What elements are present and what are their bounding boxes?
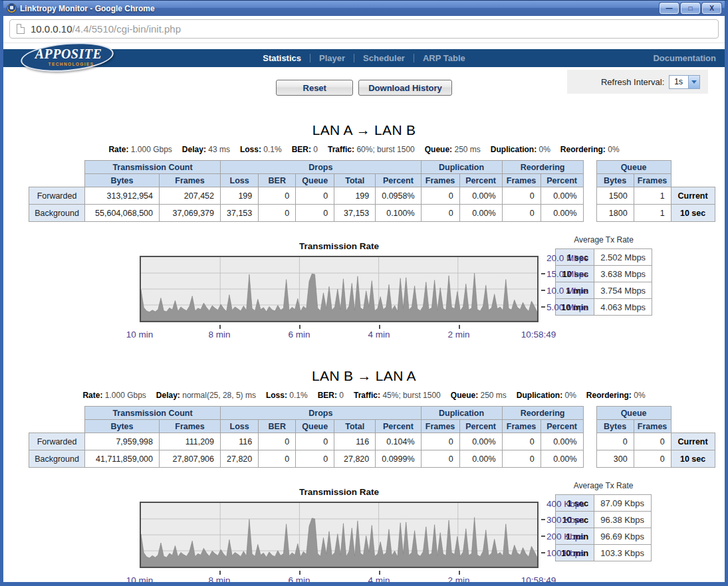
stat-cell: 0.00% bbox=[459, 187, 502, 205]
refresh-interval-select[interactable]: 1s bbox=[669, 75, 700, 89]
group-header: Reordering bbox=[502, 407, 583, 420]
table-row: 300 0 10 sec bbox=[596, 450, 715, 468]
param: Duplication: 0% bbox=[517, 391, 576, 400]
stat-cell: 0.00% bbox=[541, 433, 583, 450]
table-row: 1800 1 10 sec bbox=[596, 205, 715, 222]
column-header: Percent bbox=[541, 420, 583, 433]
nav-strip: APPOSITE TECHNOLOGIES Statistics Player … bbox=[3, 49, 725, 67]
table-row: 0 0 Current bbox=[596, 433, 715, 450]
param: Queue: 250 ms bbox=[451, 391, 507, 400]
apposite-logo: APPOSITE TECHNOLOGIES bbox=[21, 42, 115, 74]
queue-cell: 300 bbox=[596, 450, 634, 468]
y-axis-label: 10.0 Mbps bbox=[546, 286, 602, 296]
group-header: Reordering bbox=[502, 161, 583, 174]
avg-value: 3.754 Mbps bbox=[594, 282, 652, 299]
group-header: Transmission Count bbox=[85, 407, 221, 420]
column-header: Percent bbox=[459, 420, 502, 433]
param-value: normal(25, 28, 5) ms bbox=[182, 391, 256, 400]
y-tick-mark bbox=[541, 306, 545, 308]
avg-value: 2.502 Mbps bbox=[594, 249, 652, 266]
column-header: Total bbox=[334, 420, 376, 433]
y-axis-label: 200 Kbps bbox=[546, 532, 602, 541]
x-axis-label: 4 min bbox=[368, 330, 390, 340]
avg-tx-rate-title: Average Tx Rate bbox=[555, 235, 652, 244]
queue-cell: 0 bbox=[634, 450, 671, 468]
stat-cell: 55,604,068,500 bbox=[85, 205, 160, 222]
link-params-line: Rate: 1.000 Gbps Delay: normal(25, 28, 5… bbox=[3, 391, 725, 400]
param: BER: 0 bbox=[318, 391, 344, 400]
blank-cell bbox=[671, 407, 715, 420]
column-header: Frames bbox=[421, 174, 459, 187]
nav-item-documentation[interactable]: Documentation bbox=[653, 53, 716, 63]
x-axis-label: 2 min bbox=[447, 330, 469, 340]
page-content: Reset Download History Refresh Interval:… bbox=[3, 71, 725, 586]
stat-cell: 0 bbox=[502, 205, 541, 222]
x-tick-mark bbox=[379, 571, 380, 575]
group-header: Drops bbox=[221, 161, 422, 174]
param-value: 45%; burst 1500 bbox=[382, 391, 440, 400]
table-row: Background 55,604,068,500 37,069,379 37,… bbox=[29, 205, 584, 222]
param: Loss: 0.1% bbox=[240, 145, 282, 154]
table-row: Forwarded 313,912,954 207,452 199 0 0 19… bbox=[29, 187, 584, 205]
group-header: Queue bbox=[596, 161, 671, 174]
stat-cell: 0 bbox=[502, 187, 541, 205]
nav-item-statistics[interactable]: Statistics bbox=[254, 53, 310, 63]
param-value: 0% bbox=[539, 145, 550, 154]
maximize-button[interactable]: □ bbox=[681, 3, 700, 14]
address-bar[interactable]: 10.0.0.10/4.4/5510/cgi-bin/init.php bbox=[9, 19, 719, 39]
param-label: BER: bbox=[318, 391, 337, 400]
nav-item-player[interactable]: Player bbox=[310, 53, 354, 63]
param-label: Reordering: bbox=[586, 391, 632, 400]
column-header: Frames bbox=[634, 420, 671, 433]
param: Rate: 1.000 Gbps bbox=[108, 145, 172, 154]
blank-cell bbox=[29, 174, 85, 187]
nav-item-scheduler[interactable]: Scheduler bbox=[354, 53, 414, 63]
stat-cell: 0 bbox=[259, 187, 296, 205]
param-label: Queue: bbox=[451, 391, 478, 400]
column-header: Loss bbox=[221, 420, 259, 433]
stat-cell: 0 bbox=[421, 433, 459, 450]
param-label: Delay: bbox=[156, 391, 180, 400]
param-value: 0 bbox=[313, 145, 318, 154]
download-history-button[interactable]: Download History bbox=[358, 80, 452, 96]
param-value: 0% bbox=[565, 391, 576, 400]
queue-table-lan-a-b: Queue Bytes Frames 1500 1 Current 1800 1… bbox=[596, 160, 715, 222]
logo-name: APPOSITE bbox=[30, 47, 107, 62]
param-label: Duplication: bbox=[491, 145, 537, 154]
table-row: 1500 1 Current bbox=[596, 187, 715, 205]
param: Duplication: 0% bbox=[491, 145, 550, 154]
stat-cell: 0 bbox=[421, 450, 459, 468]
nav-menu: Statistics Player Scheduler ARP Table bbox=[254, 53, 474, 63]
stat-cell: 116 bbox=[334, 433, 376, 450]
stat-cell: 0 bbox=[421, 187, 459, 205]
nav-item-arp-table[interactable]: ARP Table bbox=[414, 53, 474, 63]
column-header: Frames bbox=[160, 420, 221, 433]
minimize-button[interactable]: — bbox=[660, 3, 679, 14]
param-value: 0.1% bbox=[263, 145, 281, 154]
group-header: Queue bbox=[596, 407, 671, 420]
y-axis-label: 300 Kbps bbox=[546, 515, 602, 525]
y-axis-label: 100 Kbps bbox=[546, 548, 602, 558]
stat-cell: 0 bbox=[259, 205, 296, 222]
stat-cell: 207,452 bbox=[160, 187, 221, 205]
param: Traffic: 45%; burst 1500 bbox=[354, 391, 441, 400]
column-header: BER bbox=[259, 420, 296, 433]
param-label: Queue: bbox=[425, 145, 452, 154]
param: Rate: 1.000 Gbps bbox=[82, 391, 146, 400]
reset-button[interactable]: Reset bbox=[276, 80, 353, 96]
row-label: Background bbox=[29, 450, 85, 468]
stat-cell: 0 bbox=[296, 187, 334, 205]
param-value: 0% bbox=[608, 145, 619, 154]
column-header: Frames bbox=[421, 420, 459, 433]
stat-cell: 37,153 bbox=[334, 205, 376, 222]
stat-cell: 7,959,998 bbox=[85, 433, 160, 450]
param-value: 0% bbox=[634, 391, 645, 400]
column-header: Percent bbox=[376, 174, 421, 187]
chrome-icon bbox=[7, 3, 17, 13]
stat-cell: 0.100% bbox=[376, 205, 421, 222]
close-button[interactable]: X bbox=[702, 3, 721, 14]
section-title-lan-a-b: LAN A → LAN B bbox=[3, 122, 725, 138]
x-tick-mark bbox=[299, 325, 301, 329]
param-label: Traffic: bbox=[328, 145, 354, 154]
navbar: APPOSITE TECHNOLOGIES Statistics Player … bbox=[3, 49, 725, 67]
